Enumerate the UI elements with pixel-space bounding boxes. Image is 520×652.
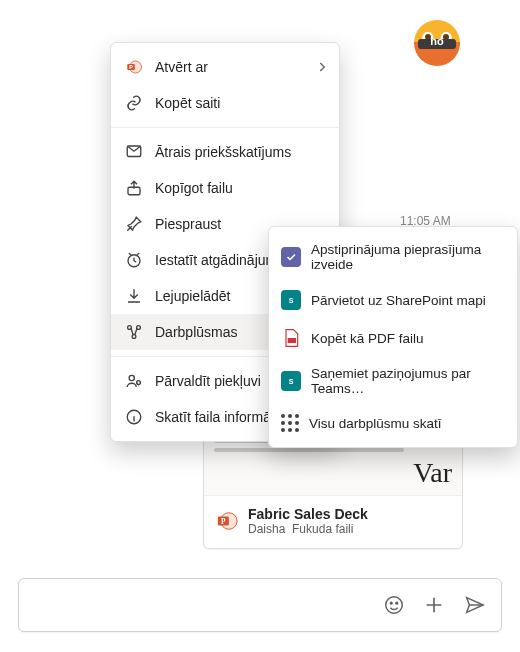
menu-label: Pārvaldīt piekļuvi xyxy=(155,373,261,389)
add-button[interactable] xyxy=(423,594,445,616)
submenu-view-all-workflows[interactable]: Visu darbplūsmu skatī xyxy=(269,405,517,441)
svg-point-20 xyxy=(396,602,398,604)
menu-label: Kopīgot failu xyxy=(155,180,233,196)
sharepoint-icon: S xyxy=(281,290,301,310)
submenu-label: Saņemiet paziņojumus par Teams… xyxy=(311,366,505,396)
compose-box[interactable] xyxy=(18,578,502,632)
approvals-icon xyxy=(281,247,301,267)
workflow-icon xyxy=(125,323,143,341)
workflows-submenu: Apstiprinājuma pieprasījuma izveide S Pā… xyxy=(268,226,518,448)
menu-label: Atvērt ar xyxy=(155,59,208,75)
powerpoint-icon: P xyxy=(125,58,143,76)
send-button[interactable] xyxy=(463,594,485,616)
menu-label: Ātrais priekšskatījums xyxy=(155,144,291,160)
submenu-approval-request[interactable]: Apstiprinājuma pieprasījuma izveide xyxy=(269,233,517,281)
clock-icon xyxy=(125,251,143,269)
info-icon xyxy=(125,408,143,426)
download-icon xyxy=(125,287,143,305)
file-subtitle: Daisha Fukuda faili xyxy=(248,522,368,536)
file-name: Fabric Sales Deck xyxy=(248,506,368,522)
submenu-label: Apstiprinājuma pieprasījuma izveide xyxy=(311,242,505,272)
menu-label: Kopēt saiti xyxy=(155,95,220,111)
menu-separator xyxy=(111,127,339,128)
svg-text:P: P xyxy=(221,517,226,526)
menu-share-file[interactable]: Kopīgot failu xyxy=(111,170,339,206)
submenu-move-sharepoint[interactable]: S Pārvietot uz SharePoint mapi xyxy=(269,281,517,319)
emoji-button[interactable] xyxy=(383,594,405,616)
manage-access-icon xyxy=(125,372,143,390)
svg-point-18 xyxy=(386,597,403,614)
apps-grid-icon xyxy=(281,414,299,432)
link-icon xyxy=(125,94,143,112)
svg-point-19 xyxy=(390,602,392,604)
submenu-copy-pdf[interactable]: Kopēt kā PDF failu xyxy=(269,319,517,357)
svg-point-12 xyxy=(129,375,134,380)
submenu-label: Pārvietot uz SharePoint mapi xyxy=(311,293,486,308)
submenu-teams-notifications[interactable]: S Saņemiet paziņojumus par Teams… xyxy=(269,357,517,405)
chevron-right-icon xyxy=(315,60,329,74)
menu-label: Iestatīt atgādinājumu xyxy=(155,252,285,268)
submenu-label: Visu darbplūsmu skatī xyxy=(309,416,442,431)
pin-icon xyxy=(125,215,143,233)
avatar-label: no xyxy=(430,35,443,47)
menu-label: Darbplūsmas xyxy=(155,324,237,340)
preview-sample-text: Var xyxy=(413,457,452,489)
svg-text:S: S xyxy=(289,378,294,385)
powerpoint-icon: P xyxy=(216,510,238,532)
submenu-label: Kopēt kā PDF failu xyxy=(311,331,424,346)
menu-copy-link[interactable]: Kopēt saiti xyxy=(111,85,339,121)
svg-text:S: S xyxy=(289,297,294,304)
menu-label: Piespraust xyxy=(155,216,221,232)
svg-text:P: P xyxy=(129,64,133,70)
menu-label: Lejupielādēt xyxy=(155,288,231,304)
share-icon xyxy=(125,179,143,197)
svg-rect-16 xyxy=(288,338,296,343)
pdf-icon xyxy=(281,328,301,348)
menu-open-with[interactable]: P Atvērt ar xyxy=(111,49,339,85)
sharepoint-icon: S xyxy=(281,371,301,391)
preview-icon xyxy=(125,143,143,161)
avatar[interactable]: no xyxy=(414,20,460,66)
menu-quick-preview[interactable]: Ātrais priekšskatījums xyxy=(111,134,339,170)
